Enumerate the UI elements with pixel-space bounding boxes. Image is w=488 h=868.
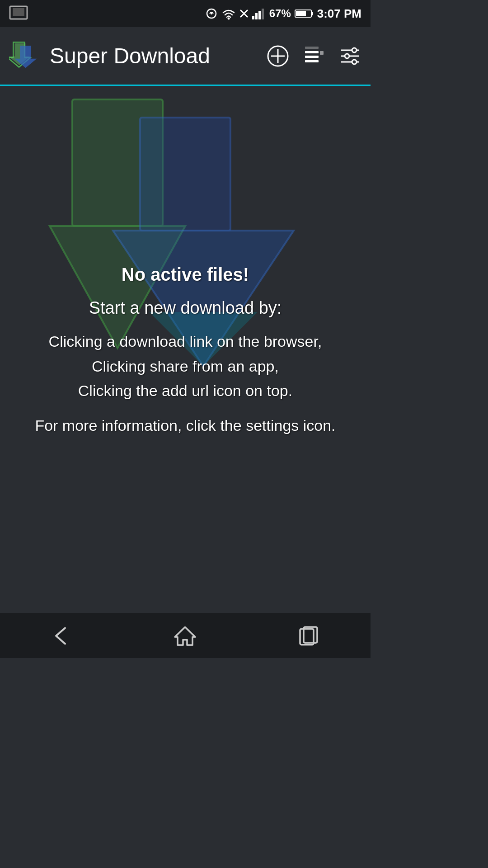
svg-rect-21: [305, 51, 319, 53]
home-button[interactable]: [172, 622, 199, 649]
back-button[interactable]: [48, 622, 75, 649]
recents-button[interactable]: [295, 622, 322, 649]
svg-rect-1: [13, 8, 24, 16]
start-download-text: Start a new download by:: [35, 298, 335, 318]
svg-rect-24: [320, 51, 324, 55]
app-bar: Super Download: [0, 27, 371, 86]
svg-rect-20: [305, 47, 319, 49]
toolbar-icons: [267, 45, 361, 67]
no-active-files-text: No active files!: [35, 264, 335, 285]
svg-point-30: [352, 60, 357, 64]
svg-point-28: [345, 54, 349, 58]
instruction-add-url: Clicking the add url icon on top.: [78, 382, 292, 399]
queue-list-button[interactable]: [303, 45, 325, 67]
instructions-text: Clicking a download link on the browser,…: [35, 329, 335, 403]
svg-point-26: [352, 48, 357, 52]
svg-point-4: [227, 18, 230, 20]
svg-rect-12: [296, 11, 306, 16]
status-bar: 67% 3:07 PM: [0, 0, 371, 27]
settings-button[interactable]: [339, 45, 361, 67]
app-title: Super Download: [50, 43, 258, 68]
battery-percent: 67%: [269, 7, 291, 20]
svg-rect-7: [252, 16, 254, 19]
instruction-share: Clicking share from an app,: [92, 358, 279, 375]
more-info-text: For more information, click the settings…: [35, 417, 335, 434]
svg-rect-9: [258, 11, 261, 19]
svg-rect-33: [140, 118, 230, 231]
svg-rect-10: [262, 9, 264, 19]
navigation-bar: [0, 613, 371, 658]
svg-rect-13: [312, 12, 313, 15]
app-logo-icon: [9, 40, 41, 72]
svg-marker-36: [175, 627, 195, 645]
status-icons: 67% 3:07 PM: [205, 7, 361, 21]
svg-point-3: [211, 13, 212, 14]
status-time: 3:07 PM: [317, 7, 361, 21]
svg-rect-8: [255, 13, 258, 19]
empty-state-overlay: No active files! Start a new download by…: [26, 255, 344, 443]
add-url-button[interactable]: [267, 45, 289, 67]
svg-rect-23: [305, 60, 319, 62]
status-screenshot-icon: [9, 5, 28, 23]
instruction-browser: Clicking a download link on the browser,: [49, 333, 322, 350]
svg-rect-22: [305, 56, 319, 58]
main-content: No active files! Start a new download by…: [0, 86, 371, 613]
